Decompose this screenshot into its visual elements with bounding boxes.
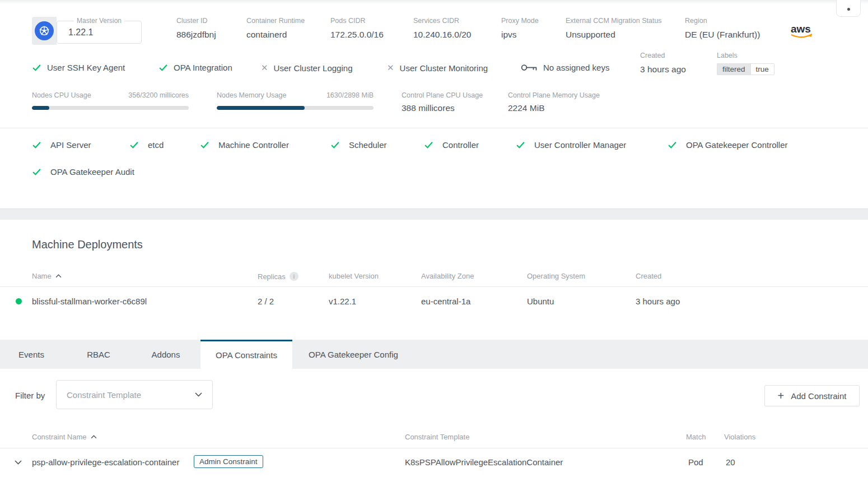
health-etcd: etcd bbox=[129, 140, 164, 150]
md-cell-availability-zone: eu-central-1a bbox=[421, 297, 470, 306]
md-col-operating-system: Operating System bbox=[527, 272, 585, 280]
stat-proxy-mode: Proxy Mode ipvs bbox=[501, 17, 539, 40]
feature-label: User Cluster Logging bbox=[274, 63, 353, 73]
ssh-keys-status: No assigned keys bbox=[521, 63, 609, 72]
master-version-widget[interactable]: Master Version 1.22.1 bbox=[57, 17, 142, 44]
expand-row-button[interactable] bbox=[12, 458, 24, 467]
feature-user-cluster-monitoring: ✕ User Cluster Monitoring bbox=[387, 63, 488, 73]
usage-label: Control Plane Memory Usage bbox=[508, 91, 600, 99]
more-options-button[interactable] bbox=[836, 0, 861, 17]
health-label: API Server bbox=[50, 140, 91, 150]
admin-constraint-badge: Admin Constraint bbox=[194, 455, 263, 468]
constraint-cell-name: psp-allow-privilege-escalation-container bbox=[32, 457, 179, 467]
x-icon: ✕ bbox=[261, 63, 268, 73]
x-icon: ✕ bbox=[387, 63, 394, 73]
nodes-cpu-progress-bar bbox=[32, 106, 189, 110]
stat-label: Cluster ID bbox=[176, 17, 216, 25]
column-label: Constraint Template bbox=[405, 433, 469, 441]
check-icon bbox=[32, 63, 41, 72]
health-scheduler: Scheduler bbox=[330, 140, 387, 150]
ssh-keys-text: No assigned keys bbox=[543, 63, 609, 72]
stat-value: 10.240.16.0/20 bbox=[413, 30, 471, 40]
check-icon bbox=[200, 140, 209, 150]
stat-label: Proxy Mode bbox=[501, 17, 539, 25]
tab-opa-gatekeeper-config[interactable]: OPA Gatekeeper Config bbox=[309, 340, 398, 369]
nodes-cpu-usage-head: Nodes CPU Usage 356/3200 millicores bbox=[32, 91, 189, 99]
machine-deployments-title: Machine Deployments bbox=[32, 238, 143, 251]
cluster-detail-page: Master Version 1.22.1 Cluster ID 886jzdf… bbox=[0, 0, 868, 477]
feature-user-cluster-logging: ✕ User Cluster Logging bbox=[261, 63, 352, 73]
check-icon bbox=[516, 140, 525, 150]
feature-label: User SSH Key Agent bbox=[47, 63, 125, 72]
constraint-template-filter-dropdown[interactable]: Constraint Template bbox=[56, 380, 213, 409]
sort-asc-icon bbox=[91, 435, 97, 439]
check-icon bbox=[668, 140, 677, 150]
check-icon bbox=[32, 140, 41, 150]
deployment-status-dot bbox=[16, 298, 22, 304]
health-label: Machine Controller bbox=[218, 140, 289, 150]
control-plane-memory-block: Control Plane Memory Usage 2224 MiB bbox=[508, 91, 600, 113]
stat-value: ipvs bbox=[501, 30, 539, 40]
info-icon[interactable]: i bbox=[290, 272, 298, 281]
stat-label: Services CIDR bbox=[413, 17, 471, 25]
feature-opa-integration: OPA Integration bbox=[158, 63, 232, 72]
usage-value: 1630/2898 MiB bbox=[326, 91, 374, 99]
stat-label: External CCM Migration Status bbox=[566, 17, 662, 25]
health-user-controller-manager: User Controller Manager bbox=[516, 140, 626, 150]
feature-user-ssh-key-agent: User SSH Key Agent bbox=[32, 63, 125, 72]
kubernetes-wheel-icon bbox=[35, 21, 54, 40]
health-machine-controller: Machine Controller bbox=[200, 140, 289, 150]
column-label: Availability Zone bbox=[421, 272, 474, 280]
stat-container-runtime: Container Runtime containerd bbox=[246, 17, 305, 40]
created-label: Created bbox=[640, 52, 686, 59]
md-cell-created: 3 hours ago bbox=[636, 297, 680, 306]
section-spacer-band bbox=[0, 209, 868, 220]
svg-text:aws: aws bbox=[791, 23, 811, 35]
filter-by-label: Filter by bbox=[15, 391, 45, 400]
constraint-col-name[interactable]: Constraint Name bbox=[32, 433, 97, 441]
stat-value: 886jzdfbnj bbox=[176, 30, 216, 40]
health-opa-gatekeeper-audit: OPA Gatekeeper Audit bbox=[32, 167, 134, 177]
constraint-cell-violations: 20 bbox=[726, 457, 735, 467]
check-icon bbox=[129, 140, 139, 150]
key-icon bbox=[521, 63, 538, 72]
stat-label: Region bbox=[685, 17, 760, 25]
nodes-memory-progress-fill bbox=[217, 106, 305, 110]
control-plane-cpu-block: Control Plane CPU Usage 388 millicores bbox=[402, 91, 483, 113]
md-col-name[interactable]: Name bbox=[32, 272, 62, 280]
column-label: kubelet Version bbox=[329, 272, 379, 280]
stat-pods-cidr: Pods CIDR 172.25.0.0/16 bbox=[330, 17, 384, 40]
vertical-dots-icon bbox=[847, 8, 850, 11]
master-version-value: 1.22.1 bbox=[68, 27, 141, 38]
table-header-divider bbox=[0, 286, 868, 287]
add-constraint-button[interactable]: + Add Constraint bbox=[764, 385, 860, 406]
column-label: Operating System bbox=[527, 272, 585, 280]
feature-label: User Cluster Monitoring bbox=[400, 63, 488, 73]
md-col-created: Created bbox=[636, 272, 661, 280]
health-label: OPA Gatekeeper Audit bbox=[50, 167, 134, 177]
labels-block: Labels filtered true bbox=[717, 52, 774, 75]
md-cell-name: blissful-stallman-worker-c6c89l bbox=[32, 297, 147, 306]
tab-rbac[interactable]: RBAC bbox=[87, 340, 110, 369]
health-opa-gatekeeper-controller: OPA Gatekeeper Controller bbox=[668, 140, 787, 150]
label-chip-value: true bbox=[750, 63, 774, 75]
tab-opa-constraints[interactable]: OPA Constraints bbox=[200, 340, 292, 369]
tab-events[interactable]: Events bbox=[18, 340, 44, 369]
aws-provider-logo: aws bbox=[790, 22, 816, 43]
nodes-cpu-progress-fill bbox=[32, 106, 49, 110]
dropdown-placeholder: Constraint Template bbox=[67, 390, 195, 400]
stat-label: Container Runtime bbox=[246, 17, 305, 25]
md-col-replicas: Replicas i bbox=[258, 272, 298, 281]
health-label: etcd bbox=[148, 140, 164, 150]
tab-addons[interactable]: Addons bbox=[152, 340, 180, 369]
usage-label: Control Plane CPU Usage bbox=[402, 91, 483, 99]
usage-value: 388 millicores bbox=[402, 103, 483, 113]
md-cell-kubelet-version: v1.22.1 bbox=[329, 297, 356, 306]
check-icon bbox=[330, 140, 340, 150]
section-divider bbox=[0, 128, 868, 128]
labels-label: Labels bbox=[717, 52, 774, 59]
detail-tabbar: Events RBAC Addons OPA Constraints OPA G… bbox=[0, 340, 868, 369]
column-label: Constraint Name bbox=[32, 433, 87, 441]
constraint-col-template: Constraint Template bbox=[405, 433, 469, 441]
stat-value: Unsupported bbox=[566, 30, 662, 40]
